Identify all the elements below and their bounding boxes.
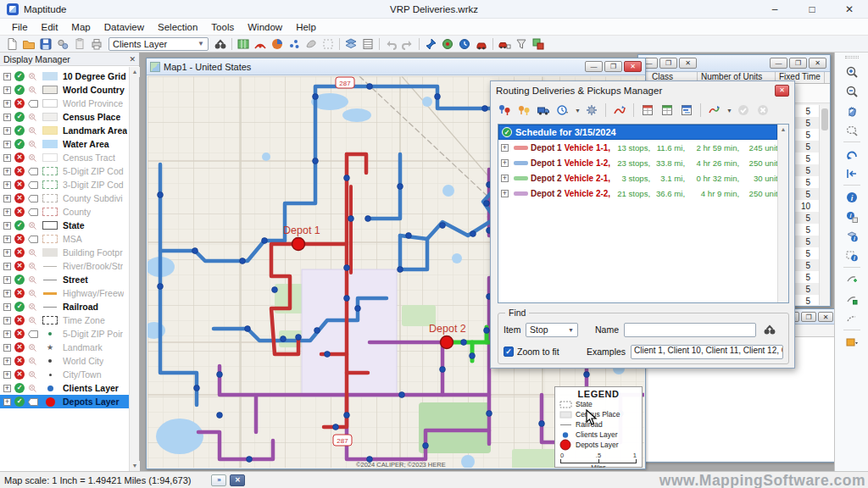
find-binoculars-button[interactable]	[761, 322, 778, 337]
expand-icon[interactable]: +	[3, 263, 11, 270]
expand-icon[interactable]: +	[3, 181, 11, 189]
close-button[interactable]: ✕	[809, 58, 826, 69]
minimize-button[interactable]: –	[756, 0, 793, 19]
map-legend[interactable]: LEGEND StateCensus PlaceRailroadClients …	[554, 386, 643, 468]
menu-edit[interactable]: Edit	[35, 20, 65, 34]
expand-icon[interactable]: +	[3, 276, 11, 284]
minimize-button[interactable]: —	[585, 61, 603, 72]
zoom-in-icon[interactable]	[842, 62, 862, 81]
item-select[interactable]: Stop ▼	[526, 323, 578, 337]
label-tag-icon[interactable]	[28, 180, 39, 189]
autoscale-icon[interactable]	[28, 275, 39, 284]
layer-row-5-digit-zip-cod[interactable]: +✕5-Digit ZIP Cod	[0, 164, 129, 178]
close-button[interactable]: ✕	[818, 312, 833, 322]
expand-icon[interactable]: +	[3, 371, 11, 379]
zoom-selection-icon[interactable]	[842, 120, 862, 140]
select-region-icon[interactable]	[320, 36, 337, 52]
paste-icon[interactable]	[71, 36, 88, 52]
autoscale-icon[interactable]	[28, 302, 39, 311]
route-row-4[interactable]: +Depot 2Vehicle 2-2,21 stops,36.6 mi,4 h…	[498, 186, 777, 201]
drive-time-tool-icon[interactable]	[473, 36, 490, 52]
cancel-x-icon[interactable]	[754, 103, 771, 118]
layer-row-10-degree-grid[interactable]: +✓10 Degree Grid	[0, 69, 129, 83]
locate-tool-icon[interactable]	[439, 36, 456, 52]
layer-hidden-icon[interactable]: ✕	[14, 329, 25, 339]
clock-tool-icon[interactable]	[456, 36, 473, 52]
active-layer-combobox[interactable]: Clients Layer ▼	[108, 37, 209, 51]
layer-row-state[interactable]: +✓State	[0, 219, 129, 232]
expand-icon[interactable]: +	[3, 358, 11, 365]
depot-1-marker[interactable]	[292, 238, 305, 251]
expand-icon[interactable]: +	[3, 317, 11, 324]
expand-icon[interactable]: +	[501, 144, 509, 152]
pie-chart-theme-icon[interactable]	[269, 36, 286, 52]
expand-icon[interactable]: +	[3, 330, 11, 338]
route-row-3[interactable]: +Depot 2Vehicle 2-1,3 stops,3.1 mi,0 hr …	[498, 170, 777, 186]
chevron-down-icon[interactable]: ▼	[726, 108, 732, 114]
expand-icon[interactable]: +	[3, 154, 11, 162]
toolbar-grip[interactable]	[845, 56, 859, 58]
expand-icon[interactable]: +	[3, 208, 11, 216]
legend-color-icon[interactable]	[842, 332, 862, 352]
layer-hidden-icon[interactable]: ✕	[14, 98, 25, 108]
draw-add-icon[interactable]	[842, 269, 862, 289]
layer-hidden-icon[interactable]: ✕	[14, 193, 25, 203]
layer-hidden-icon[interactable]: ✕	[14, 207, 25, 217]
autoscale-icon[interactable]	[28, 316, 39, 324]
draw-select-icon[interactable]	[842, 308, 862, 328]
expand-icon[interactable]: +	[3, 73, 11, 80]
layer-hidden-icon[interactable]: ✕	[14, 180, 25, 190]
expand-icon[interactable]: +	[3, 236, 11, 243]
route-stops-icon[interactable]	[496, 103, 513, 118]
layer-visible-icon[interactable]: ✓	[14, 71, 25, 81]
layer-row-railroad[interactable]: +✓Railroad	[0, 300, 129, 313]
expand-icon[interactable]: +	[3, 86, 11, 94]
autoscale-icon[interactable]	[28, 113, 39, 121]
layer-hidden-icon[interactable]: ✕	[14, 166, 25, 176]
autoscale-icon[interactable]	[28, 126, 39, 135]
close-button[interactable]: ✕	[775, 85, 789, 97]
zoom-out-icon[interactable]	[842, 81, 862, 101]
layer-visible-icon[interactable]: ✓	[14, 220, 25, 230]
layer-row-county-subdivi[interactable]: +✕County Subdivi	[0, 191, 129, 205]
route-row-1[interactable]: +Depot 1Vehicle 1-1,13 stops,11.6 mi,2 h…	[498, 140, 777, 155]
info-layers-icon[interactable]: i	[842, 226, 862, 246]
depot-2-marker[interactable]	[441, 336, 453, 349]
menu-window[interactable]: Window	[241, 20, 289, 34]
procedure-settings-icon[interactable]	[583, 103, 600, 118]
label-tag-icon[interactable]	[28, 194, 39, 202]
layer-hidden-icon[interactable]: ✕	[14, 315, 25, 325]
gantt-view-icon[interactable]	[678, 103, 695, 118]
print-icon[interactable]	[88, 36, 105, 52]
dataview-scrollbar[interactable]	[819, 105, 829, 305]
menu-help[interactable]: Help	[289, 20, 323, 34]
autoscale-icon[interactable]	[28, 248, 39, 257]
layer-visible-icon[interactable]: ✓	[14, 125, 25, 136]
layer-row-city-town[interactable]: +✕City/Town	[0, 368, 129, 381]
label-tag-icon[interactable]	[28, 235, 39, 243]
report-table-icon[interactable]	[639, 103, 656, 118]
layer-visible-icon[interactable]: ✓	[14, 302, 25, 312]
menu-dataview[interactable]: Dataview	[97, 20, 151, 34]
close-button[interactable]: ✕	[624, 61, 642, 72]
restore-button[interactable]: ❐	[789, 58, 807, 69]
previous-view-icon[interactable]	[842, 164, 862, 183]
redo-icon[interactable]	[399, 36, 416, 52]
expand-icon[interactable]: +	[501, 190, 509, 197]
expand-icon[interactable]: +	[501, 159, 509, 167]
route-filter-tool-icon[interactable]	[513, 36, 530, 52]
layer-row-world-province[interactable]: +✕World Province	[0, 97, 129, 110]
layer-row-highway-freew[interactable]: +✕Highway/Freew	[0, 286, 129, 300]
layer-row-world-country[interactable]: +✓World Country	[0, 83, 129, 97]
layer-list-scrollbar[interactable]: ▲ ▼	[129, 67, 139, 471]
layer-row-depots-layer[interactable]: +✓Depots Layer	[0, 395, 129, 408]
clock-dropdown-icon[interactable]	[554, 103, 571, 118]
find-binoculars-icon[interactable]	[212, 36, 229, 52]
layer-row-5-digit-zip-poir[interactable]: +✕5-Digit ZIP Poir	[0, 327, 129, 341]
undo-view-icon[interactable]	[842, 144, 862, 164]
new-dataview-icon[interactable]	[359, 36, 376, 52]
layer-row-time-zone[interactable]: +✕Time Zone	[0, 313, 129, 327]
menu-selection[interactable]: Selection	[151, 20, 204, 34]
vehicle-add-tool-icon[interactable]	[496, 36, 513, 52]
route-row-2[interactable]: +Depot 1Vehicle 1-2,23 stops,33.8 mi,4 h…	[498, 155, 777, 170]
